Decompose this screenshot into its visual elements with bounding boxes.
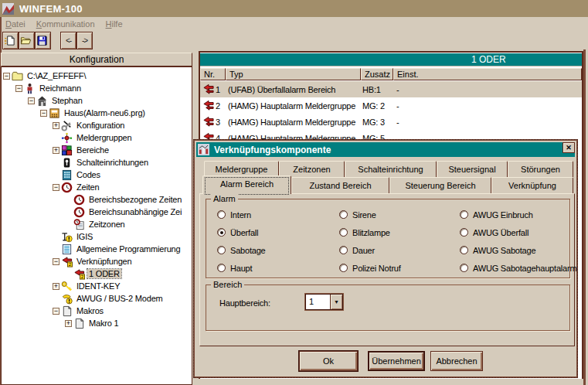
tab-steuersignal[interactable]: Steuersignal <box>437 161 508 177</box>
tree-item-igis[interactable]: IGIS <box>53 230 94 243</box>
ok-button[interactable]: Ok <box>299 351 358 371</box>
radio-button-icon[interactable] <box>217 246 226 254</box>
save-file-button[interactable] <box>35 32 51 49</box>
tab-alarm-bereich[interactable]: Alarm Bereich <box>202 175 291 194</box>
open-file-button[interactable] <box>19 32 35 49</box>
expand-plus-icon[interactable]: + <box>65 320 72 327</box>
collapse-minus-icon[interactable]: − <box>40 110 47 117</box>
close-icon[interactable]: ✕ <box>563 142 575 153</box>
collapse-minus-icon[interactable]: − <box>53 308 59 315</box>
tree-item-allgemeine-programmierung[interactable]: Allgemeine Programmierung <box>53 243 182 255</box>
table-row[interactable]: 2(HAMG) Hauptalarm MeldergruppeMG: 2- <box>200 97 582 114</box>
radio-button-icon[interactable] <box>339 228 348 237</box>
app-logo-icon <box>2 3 14 15</box>
forward-button[interactable]: -> <box>76 32 93 49</box>
column-header-zusatz[interactable]: Zusatz <box>361 68 393 80</box>
tree-item-zeitzonen[interactable]: Zeitzonen <box>65 218 127 230</box>
tree-item-meldergruppen[interactable]: Meldergruppen <box>53 131 133 144</box>
new-file-button[interactable] <box>2 32 19 49</box>
tab-zustand-bereich[interactable]: Zustand Bereich <box>291 177 389 193</box>
table-row[interactable]: 1(UFAB) Überfallalarm BereichHB:1- <box>200 81 582 97</box>
radio-haupt[interactable]: Haupt <box>217 263 252 273</box>
tree-item-makros[interactable]: −Makros <box>53 305 105 317</box>
tab-störungen[interactable]: Störungen <box>508 161 573 177</box>
column-header-nr[interactable]: Nr. <box>200 68 226 80</box>
menu-item-hilfe[interactable]: Hilfe <box>100 18 128 30</box>
expand-plus-icon[interactable]: + <box>53 122 59 129</box>
radio-button-icon[interactable] <box>460 210 468 219</box>
window-titlebar[interactable]: WINFEM-100 <box>0 0 588 17</box>
tree-item-konfiguration[interactable]: +Konfiguration <box>53 119 126 131</box>
radio-button-icon[interactable] <box>460 246 468 254</box>
abbrechen-button[interactable]: Abbrechen <box>430 351 483 371</box>
radio-überfall[interactable]: Überfall <box>217 227 258 237</box>
tab-meldergruppe[interactable]: Meldergruppe <box>204 161 279 177</box>
tab-zeitzonen[interactable]: Zeitzonen <box>279 161 345 177</box>
radio-button-icon[interactable] <box>339 210 348 219</box>
cell-typ: (HAMG) Hauptalarm Meldergruppe <box>228 101 355 111</box>
tree-item-c-az-effeff-[interactable]: −C:\AZ_EFFEFF\ <box>3 70 87 82</box>
tree-item-zeiten[interactable]: −Zeiten <box>53 181 100 193</box>
collapse-minus-icon[interactable]: − <box>28 97 35 104</box>
link-icon: 2 <box>61 256 73 267</box>
cell-nr: 3 <box>216 118 220 127</box>
tree-item-bereichsbezogene-zeiten[interactable]: Bereichsbezogene Zeiten <box>65 193 183 206</box>
radio-sirene[interactable]: Sirene <box>339 210 376 220</box>
tab-steuerung-bereich[interactable]: Steuerung Bereich <box>389 177 491 193</box>
expand-plus-icon[interactable]: + <box>53 147 59 154</box>
radio-button-icon[interactable] <box>217 228 226 237</box>
tree-item-bereiche[interactable]: +Bereiche <box>53 144 110 156</box>
radio-polizei-notruf[interactable]: Polizei Notruf <box>339 263 401 273</box>
dialog-titlebar[interactable]: Verknüpfungskomponente <box>196 142 575 157</box>
radio-button-icon[interactable] <box>339 264 348 272</box>
radio-awug-überfall[interactable]: AWUG Überfall <box>460 227 529 237</box>
radio-button-icon[interactable] <box>460 228 468 237</box>
tree-item-label: IGIS <box>75 232 94 241</box>
tree-item-reichmann[interactable]: −Reichmann <box>15 82 83 94</box>
menu-item-datei[interactable]: Datei <box>0 18 31 30</box>
radio-intern[interactable]: Intern <box>217 210 251 220</box>
collapse-minus-icon[interactable]: − <box>3 73 10 80</box>
collapse-minus-icon[interactable]: − <box>53 258 59 265</box>
radio-button-icon[interactable] <box>217 210 226 219</box>
tree-item-stephan[interactable]: −Stephan <box>28 94 84 107</box>
tree-item-label: AWUG / BUS-2 Modem <box>75 294 165 303</box>
tree-item-1-oder[interactable]: 21 ODER <box>65 267 121 280</box>
uebernehmen-button[interactable]: Übernehmen <box>368 351 425 371</box>
collapse-minus-icon[interactable]: − <box>15 85 22 92</box>
radio-button-icon[interactable] <box>339 246 348 254</box>
hauptbereich-label: Hauptbereich: <box>219 298 270 308</box>
tree-item-awug-bus-2-modem[interactable]: AWUG / BUS-2 Modem <box>53 292 165 305</box>
menu-item-kommunikation[interactable]: Kommunikation <box>31 18 100 30</box>
radio-sabotage[interactable]: Sabotage <box>217 245 266 255</box>
tree-item-schalteinrichtungen[interactable]: Schalteinrichtungen <box>53 156 150 169</box>
tree-item-haus-alarm-neu6-prg-[interactable]: −Haus(Alarm-neu6.prg) <box>40 107 147 119</box>
cell-einst: - <box>396 118 399 127</box>
tab-schalteinrichtung[interactable]: Schalteinrichtung <box>345 161 437 177</box>
tree-item-verknüpfungen[interactable]: −2Verknüpfungen <box>53 255 133 267</box>
radio-dauer[interactable]: Dauer <box>339 245 375 255</box>
tree-item-bereichsunabhängige-zei[interactable]: Bereichsunabhängige Zei <box>65 206 183 218</box>
tab-verknüpfung[interactable]: Verknüpfung <box>491 177 573 193</box>
tree-item-codes[interactable]: Codes <box>53 169 102 181</box>
radio-awug-sabotagehauptalarm[interactable]: AWUG Sabotagehauptalarm <box>460 263 576 273</box>
hauptbereich-combobox[interactable]: 1 ▼ <box>305 294 343 310</box>
column-header-typ[interactable]: Typ <box>226 68 361 80</box>
tree-item-makro-1[interactable]: +Makro 1 <box>65 317 120 329</box>
radio-blitzlampe[interactable]: Blitzlampe <box>339 227 390 237</box>
radio-button-icon[interactable] <box>217 264 226 272</box>
radio-awug-einbruch[interactable]: AWUG Einbruch <box>460 210 533 220</box>
expand-plus-icon[interactable]: + <box>53 283 59 290</box>
phone-icon <box>61 293 73 305</box>
column-header-einst[interactable]: Einst. <box>393 68 582 80</box>
table-row[interactable]: 3(HAMG) Hauptalarm MeldergruppeMG: 3- <box>200 114 582 130</box>
tree-item-label: Makro 1 <box>87 319 120 328</box>
radio-button-icon[interactable] <box>460 264 468 272</box>
tree-item-ident-key[interactable]: +IDENT-KEY <box>53 280 121 292</box>
collapse-minus-icon[interactable]: − <box>53 184 59 191</box>
back-button[interactable]: <- <box>60 32 76 49</box>
radio-label: Sirene <box>352 210 376 220</box>
radio-awug-sabotage[interactable]: AWUG Sabotage <box>460 245 535 255</box>
chevron-down-icon[interactable]: ▼ <box>330 295 342 309</box>
cell-zusatz: MG: 3 <box>362 118 385 127</box>
